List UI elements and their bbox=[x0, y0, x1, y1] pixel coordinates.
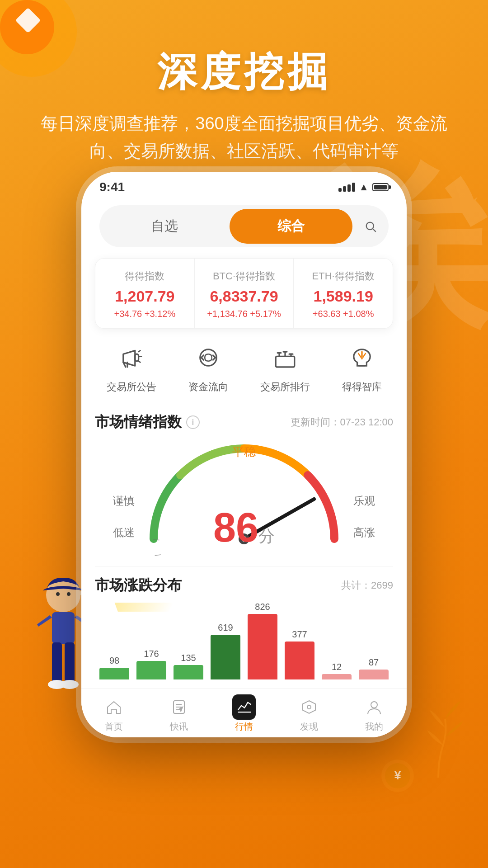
svg-line-8 bbox=[138, 361, 140, 363]
status-time: 9:41 bbox=[99, 180, 125, 194]
svg-rect-3 bbox=[135, 354, 138, 361]
chart-icon bbox=[233, 696, 255, 718]
bar-label-5: 377 bbox=[292, 629, 307, 640]
nav-label-discover: 发现 bbox=[300, 721, 318, 733]
menu-label-2: 交易所排行 bbox=[260, 380, 310, 394]
bar-6 bbox=[322, 674, 352, 679]
index-value-2: 1,589.19 bbox=[298, 288, 388, 305]
svg-line-6 bbox=[138, 350, 140, 352]
nav-label-flash: 快讯 bbox=[170, 721, 188, 733]
menu-item-2[interactable]: 交易所排行 bbox=[260, 340, 310, 394]
coin-decoration: ¥ bbox=[380, 758, 416, 796]
bar-label-7: 87 bbox=[369, 657, 379, 668]
index-card-1: BTC·得得指数 6,8337.79 +1,134.76 +5.17% bbox=[195, 259, 294, 328]
phone-shell: 9:41 ▲ 自选 综合 bbox=[81, 172, 407, 737]
svg-point-51 bbox=[67, 592, 70, 596]
tab-comprehensive[interactable]: 综合 bbox=[230, 209, 352, 244]
svg-point-48 bbox=[371, 702, 377, 708]
bar-0 bbox=[99, 668, 129, 679]
label-cautious: 谨慎 bbox=[113, 494, 135, 508]
bar-label-6: 12 bbox=[332, 662, 342, 672]
svg-marker-46 bbox=[303, 701, 315, 713]
bar-group-3: 619 bbox=[211, 623, 240, 679]
bar-group-0: 98 bbox=[99, 656, 129, 679]
nav-item-flash[interactable]: 快讯 bbox=[146, 696, 211, 733]
label-low: 低迷 bbox=[113, 525, 135, 540]
plant-decoration bbox=[407, 687, 470, 778]
index-change-2: +63.63 +1.08% bbox=[298, 309, 388, 319]
index-change-1: +1,134.76 +5.17% bbox=[199, 309, 289, 319]
menu-label-0: 交易所公告 bbox=[107, 380, 156, 394]
label-surge: 高涨 bbox=[353, 525, 375, 540]
divider-1 bbox=[95, 403, 393, 403]
nav-item-home[interactable]: 首页 bbox=[81, 696, 146, 733]
dist-header: 市场涨跌分布 共计：2699 bbox=[95, 576, 393, 595]
status-icons: ▲ bbox=[338, 181, 389, 193]
circulation-icon bbox=[190, 340, 226, 376]
quick-menu: 交易所公告 资金流向 bbox=[90, 340, 398, 394]
bar-2 bbox=[174, 665, 203, 679]
phone-notch bbox=[199, 172, 289, 188]
sub-title: 每日深度调查推荐，360度全面挖掘项目优劣、资金流向、交易所数据、社区活跃、代码… bbox=[0, 110, 488, 165]
svg-line-22 bbox=[155, 553, 161, 557]
index-label-0: 得得指数 bbox=[100, 269, 190, 283]
bar-label-3: 619 bbox=[218, 623, 233, 633]
search-button[interactable] bbox=[356, 209, 385, 244]
header-section: 深度挖掘 每日深度调查推荐，360度全面挖掘项目优劣、资金流向、交易所数据、社区… bbox=[0, 0, 488, 165]
svg-point-0 bbox=[366, 222, 374, 229]
update-time: 更新时间：07-23 12:00 bbox=[291, 415, 393, 429]
profile-icon bbox=[363, 696, 385, 718]
nav-label-market: 行情 bbox=[235, 721, 253, 733]
svg-line-20 bbox=[363, 354, 365, 357]
bottom-nav: 首页 快讯 bbox=[81, 689, 407, 737]
battery-icon bbox=[372, 183, 389, 191]
bar-5 bbox=[285, 642, 314, 679]
bar-group-2: 135 bbox=[174, 653, 203, 679]
bar-label-0: 98 bbox=[109, 656, 119, 666]
index-label-1: BTC·得得指数 bbox=[199, 269, 289, 283]
svg-rect-10 bbox=[276, 356, 295, 367]
nav-item-market[interactable]: 行情 bbox=[211, 696, 277, 733]
svg-line-19 bbox=[358, 354, 361, 357]
nav-label-profile: 我的 bbox=[365, 721, 383, 733]
bar-group-5: 377 bbox=[285, 629, 314, 679]
info-icon[interactable]: i bbox=[186, 415, 200, 429]
index-change-0: +34.76 +3.12% bbox=[100, 309, 190, 319]
menu-item-1[interactable]: 资金流向 bbox=[188, 340, 228, 394]
bar-group-7: 87 bbox=[359, 657, 389, 679]
market-distribution: 市场涨跌分布 共计：2699 981761356198263771287 bbox=[81, 576, 407, 679]
label-top: 平稳 bbox=[232, 444, 256, 460]
svg-point-47 bbox=[307, 705, 311, 709]
svg-point-50 bbox=[56, 592, 60, 596]
ray-decoration bbox=[95, 603, 393, 612]
menu-label-3: 得得智库 bbox=[342, 380, 382, 394]
discover-icon bbox=[298, 696, 320, 718]
bar-label-1: 176 bbox=[144, 649, 159, 659]
dist-title: 市场涨跌分布 bbox=[95, 576, 182, 595]
bar-chart: 981761356198263771287 bbox=[95, 607, 393, 679]
nav-item-discover[interactable]: 发现 bbox=[277, 696, 342, 733]
divider-2 bbox=[95, 566, 393, 566]
bar-group-6: 12 bbox=[322, 662, 352, 679]
flash-icon bbox=[168, 696, 190, 718]
home-icon bbox=[103, 696, 125, 718]
sentiment-header: 市场情绪指数 i 更新时间：07-23 12:00 bbox=[81, 412, 407, 432]
nav-label-home: 首页 bbox=[105, 721, 123, 733]
bar-4 bbox=[248, 614, 277, 679]
bar-label-2: 135 bbox=[181, 653, 196, 663]
signal-icon bbox=[338, 183, 355, 192]
gauge-score: 86分 bbox=[213, 507, 275, 548]
index-card-0: 得得指数 1,207.79 +34.76 +3.12% bbox=[95, 259, 195, 328]
tab-custom[interactable]: 自选 bbox=[103, 209, 226, 244]
exchange-icon bbox=[267, 340, 303, 376]
svg-point-9 bbox=[200, 349, 216, 366]
label-optimistic: 乐观 bbox=[353, 494, 375, 508]
bar-group-4: 826 bbox=[248, 602, 277, 679]
think-tank-icon bbox=[344, 340, 380, 376]
announcement-icon bbox=[113, 340, 150, 376]
svg-rect-52 bbox=[52, 612, 75, 644]
menu-item-0[interactable]: 交易所公告 bbox=[107, 340, 156, 394]
menu-item-3[interactable]: 得得智库 bbox=[342, 340, 382, 394]
nav-item-profile[interactable]: 我的 bbox=[342, 696, 407, 733]
svg-point-56 bbox=[61, 680, 79, 689]
